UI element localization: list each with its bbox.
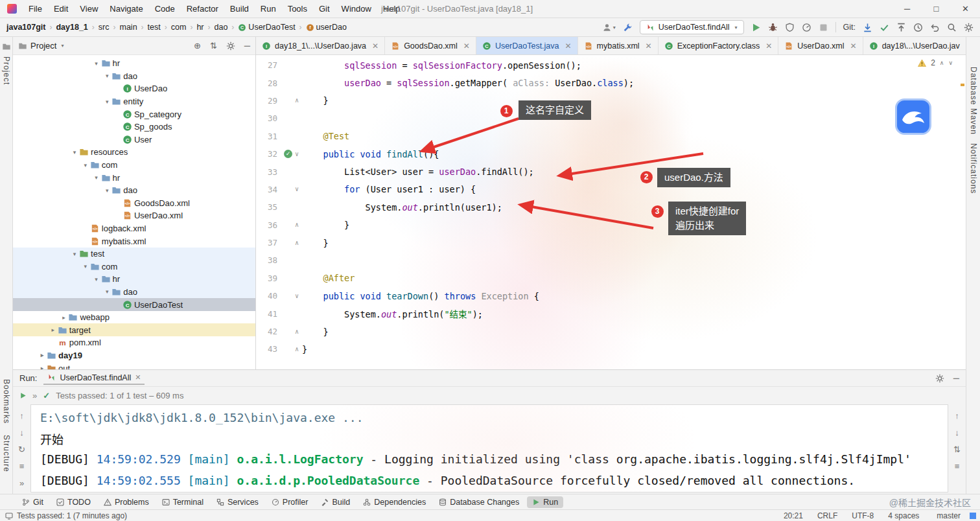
chevron-down-icon[interactable]: ▾ <box>92 60 101 67</box>
menu-refactor[interactable]: Refactor <box>181 4 224 14</box>
menu-tools[interactable]: Tools <box>282 4 313 14</box>
menu-navigate[interactable]: Navigate <box>104 4 148 14</box>
menu-file[interactable]: File <box>23 4 48 14</box>
project-panel-title[interactable]: Project <box>30 41 56 51</box>
toolwindow-problems[interactable]: Problems <box>99 496 154 508</box>
fold-open-icon[interactable]: ∨ <box>295 293 299 299</box>
prev-warning-icon[interactable]: ∧ <box>940 60 944 66</box>
breadcrumb-test[interactable]: test <box>148 23 161 32</box>
close-tab-icon[interactable]: ✕ <box>765 41 772 51</box>
chevron-down-icon[interactable]: ▾ <box>81 162 90 168</box>
menu-view[interactable]: View <box>74 4 104 14</box>
scroll-to-top-icon[interactable]: ↑ <box>955 411 959 421</box>
git-update-button[interactable] <box>863 23 872 32</box>
maximize-icon[interactable]: □ <box>922 4 951 14</box>
breadcrumb-UserDaoTest[interactable]: CUserDaoTest <box>238 23 295 32</box>
tree-item-logback.xml[interactable]: </>logback.xml <box>13 222 255 235</box>
menu-build[interactable]: Build <box>224 4 255 14</box>
chevron-down-icon[interactable]: ▾ <box>102 288 111 295</box>
menu-run[interactable]: Run <box>255 4 282 14</box>
stop-button[interactable] <box>819 23 828 32</box>
scroll-up-icon[interactable]: ↑ <box>19 411 24 421</box>
tree-item-User[interactable]: CUser <box>13 133 255 146</box>
project-stripe-icon[interactable] <box>2 42 11 53</box>
editor-tab-ExceptionFactory.class[interactable]: CExceptionFactory.class✕ <box>659 37 779 54</box>
chevron-down-icon[interactable]: ▾ <box>102 73 111 79</box>
tree-item-dao[interactable]: ▾dao <box>13 286 255 299</box>
debug-button[interactable] <box>768 23 778 32</box>
stripe-notifications[interactable]: Notifications <box>969 143 978 194</box>
soft-wrap-icon[interactable]: ≡ <box>19 461 25 471</box>
tree-item-mybatis.xml[interactable]: </>mybatis.xml <box>13 235 255 248</box>
tree-item-UserDaoTest[interactable]: CUserDaoTest <box>13 298 255 311</box>
tree-item-Sp_category[interactable]: CSp_category <box>13 108 255 121</box>
tree-item-dao[interactable]: ▾dao <box>13 184 255 197</box>
close-tab-icon[interactable]: ✕ <box>646 41 652 51</box>
tree-item-UserDao[interactable]: IUserDao <box>13 82 255 95</box>
toolwindow-build[interactable]: Build <box>316 496 355 508</box>
coverage-button[interactable] <box>785 23 795 32</box>
status-message[interactable]: Tests passed: 1 (7 minutes ago) <box>17 511 127 520</box>
chevron-down-icon[interactable]: ▾ <box>70 251 79 257</box>
status-20-21[interactable]: 20:21 <box>784 511 803 520</box>
breadcrumb-com[interactable]: com <box>171 23 187 32</box>
chevron-down-icon[interactable]: ▾ <box>92 174 101 181</box>
stripe-bookmarks[interactable]: Bookmarks <box>2 379 11 424</box>
fold-open-icon[interactable]: ∨ <box>295 151 299 157</box>
run-tab[interactable]: UserDaoTest.findAll ✕ <box>43 372 145 385</box>
profiler-button[interactable] <box>802 23 811 32</box>
fold-end-icon[interactable]: ∧ <box>295 97 299 104</box>
fold-end-icon[interactable]: ∧ <box>295 329 299 335</box>
chevron-right-icon[interactable]: ▸ <box>49 327 58 333</box>
rollback-button[interactable] <box>930 23 940 32</box>
tree-item-hr[interactable]: ▾hr <box>13 171 255 184</box>
stripe-structure[interactable]: Structure <box>2 435 11 472</box>
customize-tool-icon[interactable] <box>623 23 633 32</box>
breadcrumb-main[interactable]: main <box>120 23 137 32</box>
event-log-icon[interactable] <box>5 512 13 520</box>
run-button[interactable] <box>751 23 761 32</box>
toolwindow-run[interactable]: Run <box>527 496 563 508</box>
hide-panel-icon[interactable]: ─ <box>244 41 250 51</box>
stripe-maven[interactable]: Maven <box>969 108 978 135</box>
editor-scrollbar[interactable] <box>959 55 966 369</box>
breadcrumb-java107git[interactable]: java107git <box>6 23 45 32</box>
toolwindow-database-changes[interactable]: Database Changes <box>434 496 524 508</box>
chevron-down-icon[interactable]: ▾ <box>70 149 79 156</box>
tree-item-Sp_goods[interactable]: CSp_goods <box>13 121 255 133</box>
search-everywhere-button[interactable] <box>947 23 957 32</box>
toolwindow-todo[interactable]: TODO <box>51 496 96 508</box>
console-options-icon[interactable]: ≡ <box>955 461 960 471</box>
close-tab-icon[interactable]: ✕ <box>463 41 470 51</box>
toolwindow-profiler[interactable]: Profiler <box>266 496 314 508</box>
user-button[interactable]: ▾ <box>602 23 616 32</box>
locate-file-icon[interactable]: ⊕ <box>194 41 201 51</box>
tree-item-resources[interactable]: ▾resources <box>13 146 255 159</box>
console-output[interactable]: E:\soft\jdk\jdk8\jdk1.8.0_152\bin\java.e… <box>30 404 948 492</box>
breadcrumb-day18_1[interactable]: day18_1 <box>56 23 88 32</box>
chevron-down-icon[interactable]: ▾ <box>102 187 111 194</box>
chevron-down-icon[interactable]: ▾ <box>61 43 64 49</box>
editor-tab-UserDaoTest.java[interactable]: CUserDaoTest.java✕ <box>476 37 578 54</box>
toolwindow-services[interactable]: Services <box>211 496 264 508</box>
fold-end-icon[interactable]: ∧ <box>295 346 299 353</box>
close-icon[interactable]: ✕ <box>135 373 141 382</box>
history-button[interactable] <box>913 23 923 32</box>
status-utf-8[interactable]: UTF-8 <box>852 511 874 520</box>
scroll-to-bottom-icon[interactable]: ↓ <box>955 428 959 437</box>
settings-icon[interactable] <box>226 41 235 51</box>
stripe-project[interactable]: Project <box>2 56 11 85</box>
settings-button[interactable] <box>964 23 974 32</box>
close-icon[interactable]: ✕ <box>951 4 980 14</box>
tree-item-out[interactable]: ▸out <box>13 362 255 369</box>
tree-item-UserDao.xml[interactable]: </>UserDao.xml <box>13 209 255 222</box>
rerun-icon[interactable]: ↻ <box>18 445 25 454</box>
tree-item-com[interactable]: ▾com <box>13 159 255 172</box>
close-tab-icon[interactable]: ✕ <box>850 41 857 51</box>
tree-item-GoodsDao.xml[interactable]: </>GoodsDao.xml <box>13 197 255 210</box>
test-passed-gutter-icon[interactable]: ✓ <box>284 150 292 158</box>
editor-tab-day18-...-UserDao.jav[interactable]: Iday18\...\UserDao.jav✕ <box>863 37 979 54</box>
status-crlf[interactable]: CRLF <box>817 511 837 520</box>
minimize-icon[interactable]: ─ <box>892 4 922 14</box>
tree-item-target[interactable]: ▸target <box>13 323 255 336</box>
